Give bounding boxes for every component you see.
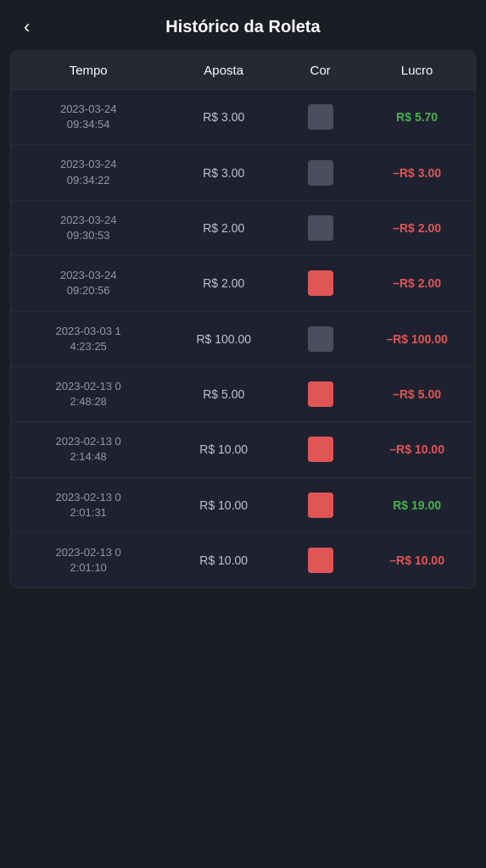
- table-row: 2023-03-24 09:20:56R$ 2.00–R$ 2.00: [11, 256, 475, 311]
- history-table: Tempo Aposta Cor Lucro 2023-03-24 09:34:…: [10, 50, 476, 588]
- color-red-box: [308, 548, 333, 573]
- table-row: 2023-03-03 1 4:23:25R$ 100.00–R$ 100.00: [11, 312, 475, 367]
- color-red-box: [308, 437, 333, 462]
- cell-tempo: 2023-03-24 09:20:56: [11, 256, 165, 310]
- cell-cor: [282, 422, 359, 476]
- cell-aposta: R$ 10.00: [165, 422, 282, 476]
- cell-cor: [282, 478, 359, 532]
- cell-tempo: 2023-03-24 09:34:22: [11, 145, 165, 199]
- cell-cor: [282, 90, 359, 144]
- col-header-cor: Cor: [282, 51, 359, 89]
- cell-aposta: R$ 100.00: [165, 312, 282, 366]
- table-row: 2023-03-24 09:34:54R$ 3.00R$ 5.70: [11, 90, 475, 145]
- color-red-box: [308, 381, 333, 407]
- cell-tempo: 2023-02-13 0 2:01:31: [11, 478, 165, 532]
- cell-lucro: R$ 19.00: [359, 478, 475, 532]
- cell-cor: [282, 367, 359, 421]
- color-red-box: [308, 270, 333, 296]
- header: ‹ Histórico da Roleta: [0, 0, 486, 50]
- cell-tempo: 2023-02-13 0 2:48:28: [11, 367, 165, 421]
- cell-tempo: 2023-03-03 1 4:23:25: [11, 312, 165, 366]
- cell-cor: [282, 312, 359, 366]
- color-gray-box: [308, 326, 333, 352]
- cell-aposta: R$ 2.00: [165, 256, 282, 310]
- col-header-tempo: Tempo: [11, 51, 165, 89]
- cell-aposta: R$ 2.00: [165, 201, 282, 255]
- table-body: 2023-03-24 09:34:54R$ 3.00R$ 5.702023-03…: [11, 90, 475, 587]
- color-gray-box: [308, 104, 333, 130]
- cell-cor: [282, 201, 359, 255]
- cell-cor: [282, 256, 359, 310]
- cell-lucro: –R$ 3.00: [359, 145, 475, 199]
- color-gray-box: [308, 160, 333, 186]
- page-title: Histórico da Roleta: [17, 17, 469, 36]
- cell-aposta: R$ 3.00: [165, 90, 282, 144]
- table-row: 2023-02-13 0 2:01:31R$ 10.00R$ 19.00: [11, 478, 475, 533]
- back-button[interactable]: ‹: [17, 14, 36, 40]
- cell-aposta: R$ 10.00: [165, 478, 282, 532]
- cell-aposta: R$ 10.00: [165, 533, 282, 587]
- cell-aposta: R$ 5.00: [165, 367, 282, 421]
- cell-cor: [282, 533, 359, 587]
- table-row: 2023-03-24 09:30:53R$ 2.00–R$ 2.00: [11, 201, 475, 256]
- cell-lucro: –R$ 10.00: [359, 422, 475, 476]
- cell-tempo: 2023-03-24 09:30:53: [11, 201, 165, 255]
- cell-lucro: R$ 5.70: [359, 90, 475, 144]
- color-gray-box: [308, 215, 333, 241]
- cell-tempo: 2023-02-13 0 2:01:10: [11, 533, 165, 587]
- table-header: Tempo Aposta Cor Lucro: [11, 51, 475, 90]
- cell-lucro: –R$ 100.00: [359, 312, 475, 366]
- cell-lucro: –R$ 2.00: [359, 201, 475, 255]
- cell-tempo: 2023-02-13 0 2:14:48: [11, 422, 165, 476]
- cell-cor: [282, 145, 359, 199]
- cell-lucro: –R$ 2.00: [359, 256, 475, 310]
- table-row: 2023-02-13 0 2:48:28R$ 5.00–R$ 5.00: [11, 367, 475, 422]
- cell-aposta: R$ 3.00: [165, 145, 282, 199]
- col-header-lucro: Lucro: [359, 51, 475, 89]
- table-row: 2023-02-13 0 2:01:10R$ 10.00–R$ 10.00: [11, 533, 475, 587]
- table-container: Tempo Aposta Cor Lucro 2023-03-24 09:34:…: [0, 50, 486, 834]
- table-row: 2023-03-24 09:34:22R$ 3.00–R$ 3.00: [11, 145, 475, 200]
- color-red-box: [308, 492, 333, 518]
- cell-lucro: –R$ 5.00: [359, 367, 475, 421]
- table-row: 2023-02-13 0 2:14:48R$ 10.00–R$ 10.00: [11, 422, 475, 477]
- cell-tempo: 2023-03-24 09:34:54: [11, 90, 165, 144]
- cell-lucro: –R$ 10.00: [359, 533, 475, 587]
- col-header-aposta: Aposta: [165, 51, 282, 89]
